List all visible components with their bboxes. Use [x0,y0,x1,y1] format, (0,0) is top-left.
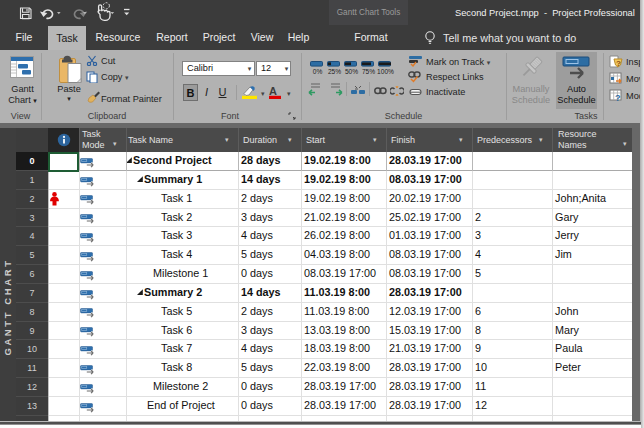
svg-text:▾: ▾ [261,90,265,97]
svg-text:?: ? [616,59,621,68]
svg-text:A: A [269,85,277,97]
svg-text:▾: ▾ [287,90,291,97]
svg-text:?: ? [615,93,621,103]
